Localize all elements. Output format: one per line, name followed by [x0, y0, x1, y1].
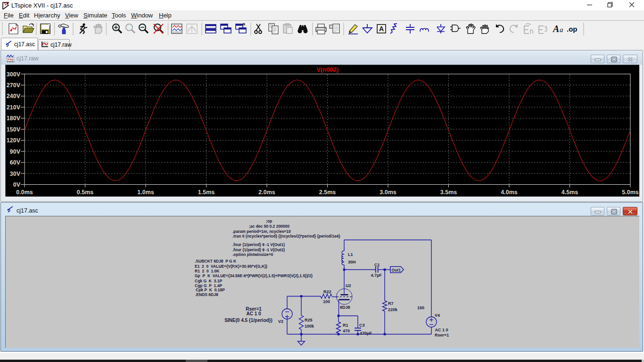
svg-text:R1 2 0 1.0K: R1 2 0 1.0K	[195, 269, 220, 273]
svg-text:R22: R22	[323, 289, 331, 294]
svg-text:.SUBCKT 6DJ8 P G K: .SUBCKT 6DJ8 P G K	[195, 259, 237, 263]
svg-text:AC 1 0: AC 1 0	[246, 311, 261, 316]
svg-text:V4: V4	[435, 313, 440, 318]
svg-text:.option plotwinsize=0: .option plotwinsize=0	[232, 252, 273, 257]
svg-text:470: 470	[343, 329, 350, 333]
svg-text:100k: 100k	[305, 324, 314, 329]
svg-text:Cpk P K 0.18P: Cpk P K 0.18P	[196, 288, 225, 292]
svg-text:R7: R7	[388, 301, 394, 306]
svg-text:30H: 30H	[348, 260, 356, 264]
svg-text:.param period=1m, ncycles=10: .param period=1m, ncycles=10	[232, 229, 291, 234]
svg-text:Cgp G P 1.4P: Cgp G P 1.4P	[195, 283, 222, 288]
svg-text:470µF: 470µF	[360, 331, 372, 336]
svg-text:SINE(0 4.5 {1/period}): SINE(0 4.5 {1/period})	[224, 318, 272, 323]
svg-text:0.5ms: 0.5ms	[77, 189, 93, 196]
svg-text:270V: 270V	[7, 82, 21, 89]
svg-text:.op: .op	[567, 25, 578, 33]
svg-text:90V: 90V	[10, 148, 21, 155]
svg-text:5.0ms: 5.0ms	[622, 189, 638, 196]
svg-text:0.0ms: 0.0ms	[16, 189, 33, 196]
svg-text:V2: V2	[278, 319, 283, 324]
svg-text:60V: 60V	[10, 159, 21, 166]
svg-text:30V: 30V	[10, 171, 21, 177]
svg-text:U2: U2	[346, 283, 351, 288]
svg-text:.ENDS 6DJ8: .ENDS 6DJ8	[195, 292, 218, 297]
svg-text:2.0ms: 2.0ms	[258, 189, 275, 196]
svg-text:A: A	[379, 25, 384, 33]
svg-text:C1: C1	[374, 263, 380, 267]
svg-text:;ac dec 50 0.2 200000: ;ac dec 50 0.2 200000	[249, 224, 289, 229]
svg-text:.four {1/period} 9 -1 V(Out2): .four {1/period} 9 -1 V(Out2)	[232, 247, 285, 252]
svg-text:Cgk G K 3.1P: Cgk G K 3.1P	[195, 279, 222, 283]
svg-text:L1: L1	[348, 252, 353, 257]
svg-text:A: A	[552, 24, 559, 34]
svg-text:300V: 300V	[7, 71, 21, 78]
svg-text:150: 150	[417, 305, 424, 310]
svg-text:100: 100	[323, 299, 330, 304]
svg-text:a: a	[560, 26, 563, 33]
svg-text:3.0ms: 3.0ms	[380, 189, 396, 196]
svg-text:E1 2 0 VALUE={V(P,K)+30.95*: E1 2 0 VALUE={V(P,K)+30.95*V(G,K)}	[195, 264, 268, 269]
svg-text:Gp P K VALUE={34.56E-6*(PWR: Gp P K VALUE={34.56E-6*(PWR(V(2),1.5)+PW…	[195, 273, 313, 278]
svg-text:Rser=1: Rser=1	[435, 333, 449, 337]
svg-text:.four {1/period} 9 -1 V(Out1): .four {1/period} 9 -1 V(Out1)	[232, 242, 285, 247]
svg-text:Out1: Out1	[392, 268, 401, 272]
svg-text:120V: 120V	[7, 137, 21, 144]
svg-text:R25: R25	[305, 318, 313, 322]
svg-text:0V: 0V	[13, 181, 21, 188]
svg-text:4.7µF: 4.7µF	[371, 273, 382, 278]
svg-text:1.5ms: 1.5ms	[198, 189, 215, 196]
svg-text:R1: R1	[343, 323, 348, 328]
svg-text:220k: 220k	[388, 307, 398, 312]
svg-text:150V: 150V	[7, 126, 21, 133]
svg-text:6DJ8: 6DJ8	[340, 305, 350, 310]
svg-text:.tran 0 {ncycles*period} {(ncy: .tran 0 {ncycles*period} {(ncycles/2)*pe…	[232, 234, 340, 239]
svg-text:AC 1 0: AC 1 0	[435, 328, 448, 332]
svg-text:4.5ms: 4.5ms	[561, 189, 578, 196]
svg-text:C3: C3	[359, 323, 365, 328]
svg-text:2.5ms: 2.5ms	[319, 189, 336, 196]
svg-text:1.0ms: 1.0ms	[137, 189, 154, 196]
svg-text:4.0ms: 4.0ms	[501, 189, 517, 196]
svg-text:240V: 240V	[7, 93, 21, 99]
svg-text:;op: ;op	[266, 219, 272, 223]
svg-text:180V: 180V	[7, 115, 21, 122]
svg-text:V(n002): V(n002)	[316, 66, 339, 73]
svg-text:3.5ms: 3.5ms	[440, 189, 457, 196]
svg-text:210V: 210V	[7, 104, 21, 111]
